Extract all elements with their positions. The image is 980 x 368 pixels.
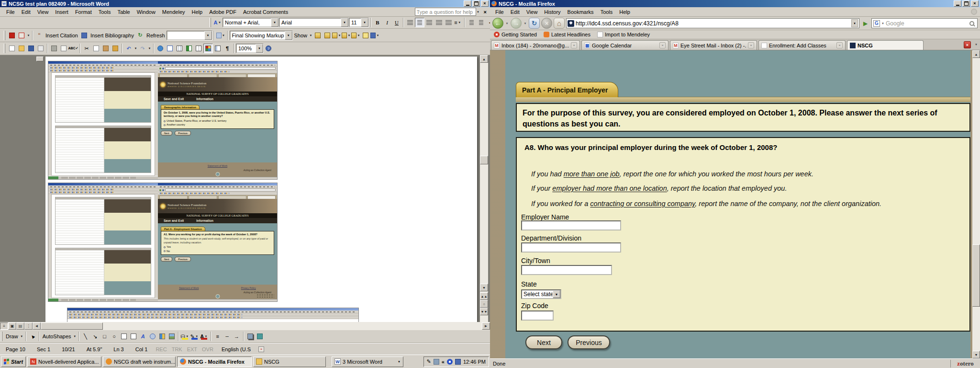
- firefox-titlebar[interactable]: NSCG - Mozilla Firefox: [490, 0, 980, 7]
- start-button[interactable]: Start: [1, 356, 26, 367]
- reject-change-icon[interactable]: [342, 31, 351, 40]
- diagram-icon[interactable]: [148, 332, 157, 341]
- restore-button[interactable]: [962, 0, 970, 7]
- scroll-thumb[interactable]: [480, 156, 488, 164]
- toolbar-grip[interactable]: [4, 31, 5, 40]
- menu-acrobat-comments[interactable]: Acrobat Comments: [240, 8, 291, 16]
- save-icon[interactable]: [26, 44, 36, 53]
- clip-art-icon[interactable]: [157, 332, 167, 341]
- menu-insert[interactable]: Insert: [52, 8, 72, 16]
- taskbar-item-nscg-draft[interactable]: NSCG draft web instrum...: [103, 356, 176, 367]
- tray-icon-blue[interactable]: [447, 359, 453, 365]
- menu-edit[interactable]: Edit: [507, 8, 523, 16]
- select-dropdown-icon[interactable]: [553, 290, 560, 298]
- bullet-list-icon[interactable]: [476, 18, 486, 27]
- insert-comment-icon[interactable]: [351, 31, 361, 40]
- menu-file[interactable]: File: [492, 8, 507, 16]
- undo-dropdown-icon[interactable]: [134, 44, 138, 53]
- citation-style-combo[interactable]: [167, 31, 212, 40]
- minimize-button[interactable]: [464, 0, 471, 7]
- bookmark-getting-started[interactable]: Getting Started: [494, 32, 537, 37]
- minimize-button[interactable]: [954, 0, 961, 7]
- align-left-icon[interactable]: [405, 18, 415, 27]
- menu-bookmarks[interactable]: Bookmarks: [564, 8, 597, 16]
- spelling-icon[interactable]: ABC✓: [68, 44, 78, 53]
- close-button[interactable]: [971, 0, 979, 7]
- reviewing-toolbar-icon[interactable]: [370, 31, 380, 40]
- select-objects-icon[interactable]: ▲: [26, 330, 39, 343]
- tab-enrollment[interactable]: Enrollment: Add Classes ×: [758, 40, 846, 50]
- pen-tray-icon[interactable]: ✎: [427, 358, 431, 365]
- zip-input[interactable]: [521, 310, 554, 321]
- word-titlebar[interactable]: W NCSG test plan 082409 - Microsoft Word: [0, 0, 490, 7]
- close-button[interactable]: [481, 0, 489, 7]
- close-tab-button[interactable]: ×: [964, 41, 971, 48]
- zotero-button[interactable]: zotero: [950, 360, 980, 368]
- draw-menu-button[interactable]: Draw: [4, 334, 20, 339]
- word-vertical-scrollbar[interactable]: ▲ ▼ ▲▲ ○ ▼▼: [480, 55, 488, 322]
- stop-button[interactable]: ×: [541, 18, 552, 29]
- help-icon[interactable]: ?: [264, 44, 273, 53]
- bookmark-latest-headlines[interactable]: Latest Headlines: [544, 32, 590, 37]
- autoshapes-menu-button[interactable]: AutoShapes: [41, 334, 73, 339]
- tab-close-icon[interactable]: ×: [571, 42, 577, 48]
- accept-change-icon[interactable]: [332, 31, 342, 40]
- menu-help[interactable]: Help: [189, 8, 206, 16]
- vertical-text-box-icon[interactable]: [129, 332, 138, 341]
- go-button[interactable]: ▶: [861, 18, 870, 28]
- print-preview-icon[interactable]: [59, 44, 68, 53]
- menu-tools[interactable]: Tools: [95, 8, 114, 16]
- pdf-icon[interactable]: [7, 31, 17, 40]
- next-change-icon[interactable]: [323, 31, 332, 40]
- fill-color-icon[interactable]: ⛁: [180, 332, 190, 341]
- italic-button[interactable]: I: [382, 18, 392, 27]
- menu-mendeley[interactable]: Mendeley: [159, 8, 189, 16]
- align-justify-icon[interactable]: [434, 18, 444, 27]
- pdf-comments-icon[interactable]: [17, 31, 26, 40]
- bold-button[interactable]: B: [373, 18, 382, 27]
- menu-window[interactable]: Window: [134, 8, 159, 16]
- columns-icon[interactable]: [194, 44, 203, 53]
- underline-button[interactable]: U: [392, 18, 401, 27]
- cut-icon[interactable]: ✂: [82, 44, 91, 53]
- doc-close-icon[interactable]: ×: [480, 8, 490, 16]
- dash-style-icon[interactable]: ┄: [223, 332, 232, 341]
- font-color-icon[interactable]: A: [200, 332, 209, 341]
- reload-button[interactable]: ↻: [529, 18, 540, 29]
- prev-change-icon[interactable]: [313, 31, 323, 40]
- line-icon[interactable]: ╲: [81, 332, 90, 341]
- web-layout-icon[interactable]: ▣: [8, 322, 16, 330]
- insert-table-icon[interactable]: [175, 44, 184, 53]
- text-box-icon[interactable]: [119, 332, 129, 341]
- numbered-list-icon[interactable]: [467, 18, 476, 27]
- url-dropdown-icon[interactable]: [851, 19, 858, 27]
- menu-table[interactable]: Table: [114, 8, 133, 16]
- ask-dropdown-icon[interactable]: [476, 7, 480, 17]
- track-changes-icon[interactable]: [361, 31, 370, 40]
- tab-eye-street-mail[interactable]: M Eye Street Mail - Inbox (2) -... ×: [670, 40, 757, 50]
- styles-formatting-icon[interactable]: A: [213, 18, 223, 27]
- zoom-combo[interactable]: 100%: [236, 44, 264, 53]
- back-button[interactable]: ←: [492, 18, 503, 29]
- 3d-style-icon[interactable]: [255, 332, 265, 341]
- bookmark-import-mendeley[interactable]: Import to Mendeley: [597, 32, 650, 37]
- menu-file[interactable]: File: [3, 8, 18, 16]
- scroll-down-icon[interactable]: ▼: [480, 284, 488, 291]
- shadow-style-icon[interactable]: [245, 332, 255, 341]
- scroll-right-icon[interactable]: ►: [482, 322, 490, 330]
- permission-icon[interactable]: [36, 44, 45, 53]
- line-style-icon[interactable]: ≡: [213, 332, 223, 341]
- scroll-down-icon[interactable]: ▼: [972, 351, 980, 358]
- menu-view[interactable]: View: [523, 8, 541, 16]
- previous-button[interactable]: Previous: [568, 335, 610, 349]
- outline-view-icon[interactable]: ⋮: [24, 322, 33, 330]
- state-select[interactable]: Select state: [521, 289, 561, 299]
- scroll-thumb[interactable]: [972, 244, 980, 307]
- hscroll-thumb[interactable]: [41, 322, 103, 330]
- page-vertical-scrollbar[interactable]: ▲ ▼: [972, 50, 980, 358]
- copy-icon[interactable]: [91, 44, 101, 53]
- forward-button[interactable]: →: [511, 18, 522, 29]
- print-icon[interactable]: [49, 44, 59, 53]
- arrow-style-icon[interactable]: →: [232, 332, 242, 341]
- google-engine-icon[interactable]: G: [873, 20, 880, 27]
